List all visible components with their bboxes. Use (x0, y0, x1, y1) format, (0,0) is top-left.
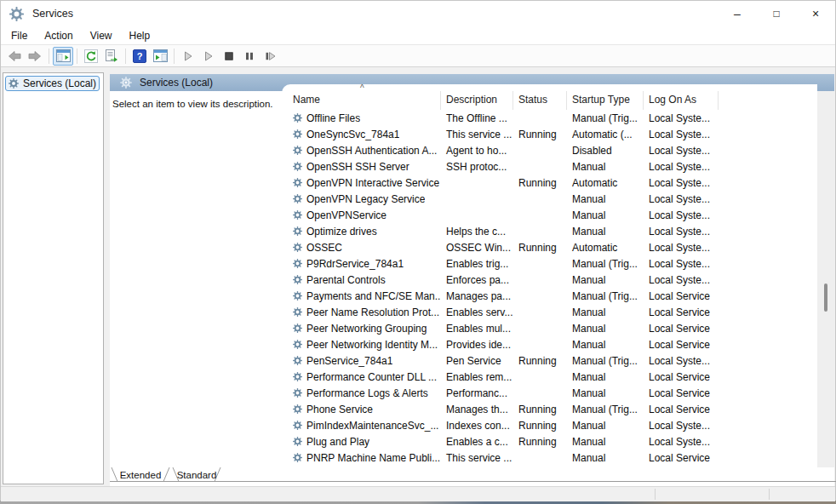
services-window: Services – □ × File Action View Help (0, 0, 836, 501)
service-description-cell: Helps the c... (441, 226, 513, 238)
content-area: Services (Local) Select an item to view … (110, 72, 834, 486)
service-name-cell: PimIndexMaintenanceSvc_... (282, 420, 441, 432)
service-description-cell: The Offline ... (441, 112, 513, 124)
refresh-button[interactable] (81, 47, 101, 66)
service-row[interactable]: OSSEC OSSEC Win... Running Automatic Loc… (282, 239, 817, 255)
service-row[interactable]: OpenSSH Authentication A... Agent to ho.… (282, 142, 817, 158)
menu-file[interactable]: File (3, 28, 36, 43)
service-description-cell: Enables mul... (441, 323, 513, 335)
service-logon-cell: Local Service (644, 306, 719, 318)
service-row[interactable]: Parental Controls Enforces pa... Manual … (282, 272, 817, 288)
forward-button[interactable] (25, 47, 45, 66)
export-list-icon (105, 49, 118, 63)
menu-action[interactable]: Action (36, 28, 81, 43)
service-startup-cell: Manual (567, 452, 644, 464)
service-description-cell: Manages pa... (441, 290, 513, 302)
service-name-cell: OpenVPNService (282, 209, 441, 221)
service-logon-cell: Local Syste... (644, 274, 719, 286)
services-list-panel: ^ Name Description Status Startup Type L… (282, 84, 817, 467)
service-gear-icon (293, 340, 302, 349)
service-gear-icon (293, 226, 302, 236)
service-startup-cell: Automatic (567, 177, 644, 189)
resume-service-button[interactable] (198, 47, 219, 66)
restart-service-button[interactable] (260, 47, 280, 66)
service-logon-cell: Local Syste... (644, 145, 719, 157)
start-service-button[interactable] (178, 47, 198, 66)
maximize-button[interactable]: □ (757, 1, 796, 26)
service-row[interactable]: Performance Counter DLL ... Enables rem.… (282, 369, 817, 385)
stop-service-button[interactable] (219, 47, 239, 66)
service-gear-icon (293, 437, 302, 446)
service-description-cell: Enables a c... (441, 436, 513, 448)
tree-item-services-local[interactable]: Services (Local) (5, 76, 100, 91)
back-button[interactable] (4, 47, 25, 66)
service-row[interactable]: Plug and Play Enables a c... Running Man… (282, 433, 817, 450)
service-row[interactable]: OpenSSH SSH Server SSH protoc... Manual … (282, 158, 817, 175)
service-logon-cell: Local Service (644, 452, 719, 464)
column-header-startup-type[interactable]: Startup Type (567, 91, 644, 110)
service-row[interactable]: Performance Logs & Alerts Performanc... … (282, 385, 817, 401)
menu-view[interactable]: View (82, 28, 121, 43)
service-row[interactable]: PenService_784a1 Pen Service Running Man… (282, 352, 817, 369)
service-row[interactable]: Peer Name Resolution Prot... Enables ser… (282, 304, 817, 320)
service-row[interactable]: PimIndexMaintenanceSvc_... Indexes con..… (282, 417, 817, 433)
service-gear-icon (293, 113, 302, 123)
service-logon-cell: Local Syste... (644, 129, 719, 140)
column-header-log-on-as[interactable]: Log On As (644, 91, 719, 110)
status-separator (655, 489, 656, 500)
service-name-cell: Performance Counter DLL ... (282, 371, 441, 383)
service-logon-cell: Local Syste... (644, 209, 719, 221)
show-action-pane-button[interactable] (150, 47, 170, 66)
column-header-description[interactable]: Description (441, 91, 513, 110)
service-row[interactable]: P9RdrService_784a1 Enables trig... Manua… (282, 255, 817, 272)
export-list-button[interactable] (101, 47, 122, 66)
minimize-button[interactable]: – (718, 1, 757, 26)
service-name-cell: Peer Name Resolution Prot... (282, 306, 441, 318)
service-name-cell: Parental Controls (282, 274, 441, 286)
services-gear-icon (9, 7, 24, 21)
menu-help[interactable]: Help (121, 28, 159, 43)
service-startup-cell: Manual (567, 436, 644, 448)
service-description-cell: SSH protoc... (441, 161, 513, 173)
service-gear-icon (293, 162, 302, 171)
service-row[interactable]: Peer Networking Grouping Enables mul... … (282, 320, 817, 336)
service-name-cell: Peer Networking Identity M... (282, 339, 441, 351)
restart-service-icon (263, 49, 277, 63)
close-button[interactable]: × (796, 1, 835, 26)
service-logon-cell: Local Syste... (644, 193, 719, 205)
service-gear-icon (293, 243, 302, 252)
status-separator (769, 489, 770, 500)
service-description-cell: Enforces pa... (441, 274, 513, 286)
pause-service-button[interactable] (239, 47, 260, 66)
service-row[interactable]: Peer Networking Identity M... Provides i… (282, 336, 817, 352)
help-button[interactable]: ? (129, 47, 150, 66)
tab-extended[interactable]: Extended (120, 470, 162, 480)
service-row[interactable]: OneSyncSvc_784a1 This service ... Runnin… (282, 126, 817, 142)
column-header-name[interactable]: Name (282, 91, 441, 110)
column-header-status[interactable]: Status (513, 91, 567, 110)
service-startup-cell: Manual (567, 193, 644, 205)
service-row[interactable]: Offline Files The Offline ... Manual (Tr… (282, 110, 817, 126)
service-row[interactable]: OpenVPNService Manual Local Syste... (282, 207, 817, 223)
service-startup-cell: Manual (567, 209, 644, 221)
vertical-scrollbar[interactable] (817, 91, 834, 468)
service-row[interactable]: OpenVPN Legacy Service Manual Local Syst… (282, 191, 817, 207)
tab-standard[interactable]: Standard (177, 470, 217, 480)
scrollbar-thumb[interactable] (824, 284, 827, 312)
service-row[interactable]: OpenVPN Interactive Service Running Auto… (282, 175, 817, 191)
service-row[interactable]: PNRP Machine Name Publi... This service … (282, 450, 817, 466)
service-row[interactable]: Payments and NFC/SE Man... Manages pa...… (282, 288, 817, 304)
show-console-tree-button[interactable] (53, 47, 73, 66)
toolbar-separator (77, 49, 77, 64)
forward-icon (28, 49, 42, 63)
svg-text:?: ? (137, 51, 143, 61)
service-row[interactable]: Optimize drives Helps the c... Manual Lo… (282, 223, 817, 239)
service-name-cell: P9RdrService_784a1 (282, 258, 441, 270)
service-description-cell: This service ... (441, 452, 513, 464)
service-startup-cell: Manual (Trig... (567, 404, 644, 415)
service-gear-icon (293, 324, 302, 333)
service-description-cell: Provides ide... (441, 339, 513, 351)
service-row[interactable]: Phone Service Manages th... Running Manu… (282, 401, 817, 417)
service-logon-cell: Local Syste... (644, 242, 719, 254)
service-gear-icon (293, 372, 302, 381)
